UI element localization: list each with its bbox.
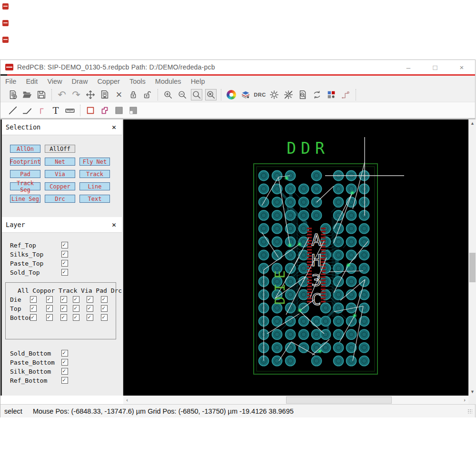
menu-item-file[interactable]: File [0,76,21,88]
brightness-icon[interactable] [268,89,280,100]
checkbox-die-drc[interactable] [101,296,108,303]
checkbox-sold_bottom[interactable] [61,350,68,357]
checkbox-die-pad[interactable] [87,296,93,303]
close-icon[interactable]: ✕ [112,123,116,131]
checkbox-botton-pad[interactable] [87,314,93,321]
vertical-scrollbar-thumb[interactable] [469,253,476,282]
horizontal-scrollbar-thumb[interactable] [286,397,392,404]
checkbox-ref_bottom[interactable] [61,377,68,384]
document-zoom-icon[interactable] [297,89,308,100]
selection-button-net[interactable]: Net [45,158,75,166]
checkbox-botton-via[interactable] [73,314,79,321]
selection-button-track-seg[interactable]: Track Seg [10,182,40,190]
track-stub-tool-icon[interactable] [36,105,47,116]
drc-button[interactable]: DRC [254,89,266,100]
selection-button-drc[interactable]: Drc [45,195,75,203]
checkbox-paste_bottom[interactable] [61,359,68,366]
checkbox-silk_bottom[interactable] [61,368,68,375]
color-wheel-icon[interactable] [226,89,237,100]
checkbox-top-all[interactable] [30,305,37,312]
cut-document-icon[interactable] [99,89,110,100]
ruler-tool-icon[interactable] [64,105,76,116]
menu-item-view[interactable]: View [42,76,67,88]
save-icon[interactable] [36,89,47,100]
selection-button-footprint[interactable]: Footprint [10,158,40,166]
selection-button-fly-net[interactable]: Fly Net [79,158,110,166]
menu-item-copper[interactable]: Copper [92,76,125,88]
menu-item-edit[interactable]: Edit [21,76,42,88]
horizontal-scrollbar[interactable]: ‹ › [123,396,468,404]
checkbox-top-via[interactable] [73,305,79,312]
selection-button-line[interactable]: Line [79,182,110,190]
rect-filled-tool-icon[interactable] [113,105,125,116]
scroll-up-icon[interactable]: ▲ [469,119,476,127]
maximize-button[interactable]: □ [422,60,448,74]
zoom-icon[interactable] [191,89,202,100]
resize-grip-icon[interactable] [467,409,472,414]
rect-notch-tool-icon[interactable] [128,105,139,116]
checkbox-botton-drc[interactable] [101,314,108,321]
line-tool-icon[interactable] [7,105,19,116]
route-icon[interactable] [340,89,351,100]
checkbox-ref_top[interactable] [61,242,68,248]
delete-icon[interactable]: × [113,89,125,100]
selection-button-track[interactable]: Track [79,170,110,178]
title-bar[interactable]: RedPCB: SIP-DEMO_0130-5.redpcb Path: D:/… [0,60,475,74]
pcb-canvas[interactable]: AH3CDDRDIE [123,119,468,396]
checkbox-top-pad[interactable] [87,305,93,312]
menu-item-tools[interactable]: Tools [125,76,150,88]
selection-button-line-seg[interactable]: Line Seg [10,195,40,203]
checkbox-botton-track[interactable] [60,314,67,321]
menu-item-help[interactable]: Help [186,76,210,88]
checkbox-top-track[interactable] [60,305,67,312]
checkbox-top-coppor[interactable] [46,305,53,312]
layer-stack-icon[interactable] [240,89,251,100]
zoom-cancel-icon[interactable] [205,89,217,100]
selection-button-via[interactable]: Via [45,170,75,178]
lock-icon[interactable] [128,89,139,100]
scroll-left-icon[interactable]: ‹ [123,396,131,404]
menu-item-draw[interactable]: Draw [67,76,93,88]
modules-settings-icon[interactable] [326,89,337,100]
close-icon[interactable]: ✕ [112,220,116,229]
checkbox-die-via[interactable] [73,296,79,303]
zoom-out-icon[interactable] [177,89,188,100]
checkbox-die-track[interactable] [60,296,67,303]
scroll-down-icon[interactable]: ▼ [469,388,476,396]
checkbox-botton-coppor[interactable] [46,314,53,321]
selection-button-pad[interactable]: Pad [10,170,40,178]
selection-button-allon[interactable]: AllOn [10,145,40,153]
checkbox-sold_top[interactable] [61,269,68,276]
checkbox-die-all[interactable] [30,296,37,303]
redo-icon[interactable]: ↷ [70,89,82,100]
swap-icon[interactable] [311,89,323,100]
brightness-off-icon[interactable] [283,89,294,100]
zoom-in-icon[interactable] [162,89,174,100]
scroll-right-icon[interactable]: › [461,396,468,404]
checkbox-botton-all[interactable] [30,314,37,321]
rect-outline-tool-icon[interactable] [85,105,96,116]
desktop-icon[interactable] [2,37,9,43]
close-button[interactable]: × [448,60,475,74]
minimize-button[interactable]: – [395,60,422,74]
checkbox-die-coppor[interactable] [46,296,53,303]
vertical-scrollbar[interactable]: ▲ ▼ [468,119,476,396]
desktop-icon[interactable] [2,3,9,10]
selection-panel-header[interactable]: Selection ✕ [2,119,122,135]
undo-icon[interactable]: ↶ [56,89,68,100]
unlock-icon[interactable] [142,89,153,100]
layer-panel-header[interactable]: Layer ✕ [2,217,122,233]
selection-button-copper[interactable]: Copper [45,182,75,190]
open-folder-icon[interactable] [21,89,33,100]
checkbox-top-drc[interactable] [101,305,108,312]
text-tool-icon[interactable]: T [50,105,61,116]
selection-button-text[interactable]: Text [79,195,110,203]
move-icon[interactable] [85,89,96,100]
menu-item-modules[interactable]: Modules [150,76,186,88]
polyline-tool-icon[interactable] [21,105,33,116]
selection-button-alloff[interactable]: AllOff [45,145,75,153]
checkbox-paste_top[interactable] [61,260,68,267]
new-file-icon[interactable] [7,89,19,100]
polygon-outline-tool-icon[interactable] [99,105,110,116]
desktop-icon[interactable] [2,20,9,26]
